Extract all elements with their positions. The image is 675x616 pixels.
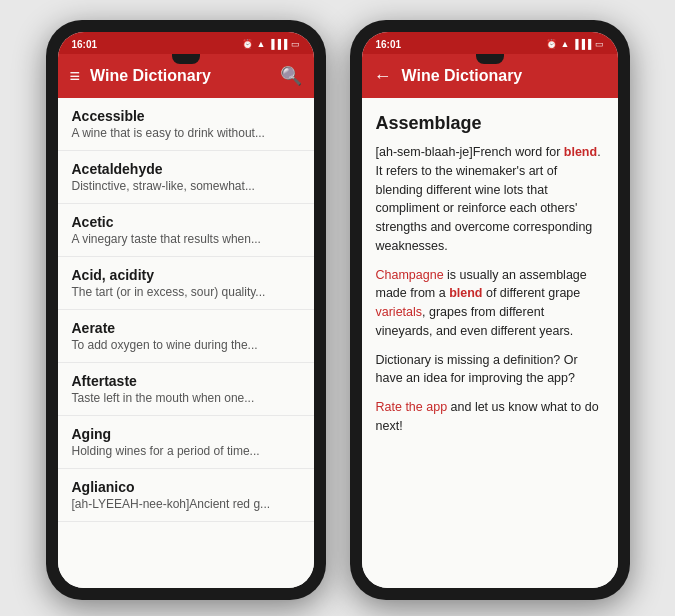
list-item[interactable]: Accessible A wine that is easy to drink … (58, 98, 314, 151)
status-icons-left: ⏰ ▲ ▐▐▐ ▭ (242, 39, 299, 49)
phone-left: 16:01 ⏰ ▲ ▐▐▐ ▭ ≡ Wine Dictionary 🔍 Acce… (46, 20, 326, 600)
blend-link-2[interactable]: blend (449, 286, 482, 300)
item-title: Accessible (72, 108, 300, 124)
menu-icon[interactable]: ≡ (70, 66, 81, 87)
detail-text-4: of different grape (482, 286, 580, 300)
item-title: Acid, acidity (72, 267, 300, 283)
item-desc: The tart (or in excess, sour) quality... (72, 285, 300, 299)
list-item[interactable]: Acetaldehyde Distinctive, straw-like, so… (58, 151, 314, 204)
list-item[interactable]: Aglianico [ah-LYEEAH-nee-koh]Ancient red… (58, 469, 314, 522)
back-icon[interactable]: ← (374, 66, 392, 87)
list-item[interactable]: Aging Holding wines for a period of time… (58, 416, 314, 469)
item-title: Aerate (72, 320, 300, 336)
status-time-left: 16:01 (72, 39, 98, 50)
item-desc: Taste left in the mouth when one... (72, 391, 300, 405)
item-desc: Holding wines for a period of time... (72, 444, 300, 458)
status-bar-right: 16:01 ⏰ ▲ ▐▐▐ ▭ (362, 32, 618, 54)
item-title: Aging (72, 426, 300, 442)
dict-list: Accessible A wine that is easy to drink … (58, 98, 314, 588)
detail-content: Assemblage [ah-sem-blaah-je]French word … (362, 98, 618, 588)
battery-icon: ▭ (291, 39, 300, 49)
item-desc: A wine that is easy to drink without... (72, 126, 300, 140)
item-title: Acetic (72, 214, 300, 230)
blend-link-1[interactable]: blend (564, 145, 597, 159)
phone-right: 16:01 ⏰ ▲ ▐▐▐ ▭ ← Wine Dictionary Assemb… (350, 20, 630, 600)
list-item[interactable]: Acid, acidity The tart (or in excess, so… (58, 257, 314, 310)
alarm-icon-r: ⏰ (546, 39, 557, 49)
detail-title: Assemblage (376, 110, 604, 137)
detail-paragraph-4: Rate the app and let us know what to do … (376, 398, 604, 436)
champagne-link[interactable]: Champagne (376, 268, 444, 282)
status-icons-right: ⏰ ▲ ▐▐▐ ▭ (546, 39, 603, 49)
detail-body: [ah-sem-blaah-je]French word for blend. … (376, 143, 604, 436)
alarm-icon: ⏰ (242, 39, 253, 49)
list-item[interactable]: Aerate To add oxygen to wine during the.… (58, 310, 314, 363)
varietals-link[interactable]: varietals (376, 305, 423, 319)
item-title: Aftertaste (72, 373, 300, 389)
wifi-icon: ▲ (256, 39, 265, 49)
toolbar-title-right: Wine Dictionary (402, 67, 606, 85)
wifi-icon-r: ▲ (560, 39, 569, 49)
detail-paragraph-1: [ah-sem-blaah-je]French word for blend. … (376, 143, 604, 256)
rate-app-link[interactable]: Rate the app (376, 400, 448, 414)
item-title: Acetaldehyde (72, 161, 300, 177)
detail-paragraph-3: Dictionary is missing a definition? Or h… (376, 351, 604, 389)
search-icon[interactable]: 🔍 (280, 65, 302, 87)
detail-text-2: . It refers to the winemaker's art of bl… (376, 145, 601, 253)
signal-icon: ▐▐▐ (268, 39, 287, 49)
list-item[interactable]: Acetic A vinegary taste that results whe… (58, 204, 314, 257)
battery-icon-r: ▭ (595, 39, 604, 49)
toolbar-title-left: Wine Dictionary (90, 67, 269, 85)
detail-paragraph-2: Champagne is usually an assemblage made … (376, 266, 604, 341)
detail-text-1: [ah-sem-blaah-je]French word for (376, 145, 564, 159)
status-time-right: 16:01 (376, 39, 402, 50)
screen-right: 16:01 ⏰ ▲ ▐▐▐ ▭ ← Wine Dictionary Assemb… (362, 32, 618, 588)
status-bar-left: 16:01 ⏰ ▲ ▐▐▐ ▭ (58, 32, 314, 54)
screen-left: 16:01 ⏰ ▲ ▐▐▐ ▭ ≡ Wine Dictionary 🔍 Acce… (58, 32, 314, 588)
signal-icon-r: ▐▐▐ (572, 39, 591, 49)
item-desc: Distinctive, straw-like, somewhat... (72, 179, 300, 193)
list-item[interactable]: Aftertaste Taste left in the mouth when … (58, 363, 314, 416)
notch-left (172, 54, 200, 64)
item-desc: [ah-LYEEAH-nee-koh]Ancient red g... (72, 497, 300, 511)
item-desc: A vinegary taste that results when... (72, 232, 300, 246)
item-title: Aglianico (72, 479, 300, 495)
notch-right (476, 54, 504, 64)
item-desc: To add oxygen to wine during the... (72, 338, 300, 352)
